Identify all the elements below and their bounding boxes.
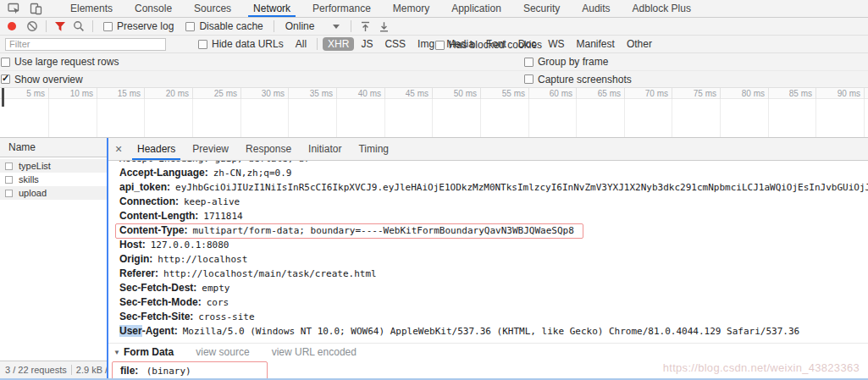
tick-line [384, 88, 385, 99]
header-value: http://localhost [158, 254, 247, 265]
favicon-placeholder-icon [5, 190, 13, 197]
group-by-frame-checkbox[interactable]: Group by frame [524, 56, 608, 68]
tab-memory[interactable]: Memory [382, 0, 440, 17]
grid-line [97, 99, 97, 137]
grid-line [48, 99, 49, 137]
grid-line [432, 99, 433, 137]
tick-line [864, 88, 865, 99]
tab-network[interactable]: Network [242, 0, 301, 17]
filter-type-all[interactable]: All [290, 37, 312, 51]
network-filterbar: Hide data URLs AllXHRJSCSSImgMediaFontDo… [0, 36, 868, 53]
form-data-key: file: [120, 365, 138, 377]
preserve-log-checkbox[interactable]: Preserve log [103, 20, 174, 32]
tick-line [720, 88, 721, 99]
tick-line [528, 88, 529, 99]
tick-label-80-ms: 80 ms [742, 89, 765, 98]
filter-funnel-icon[interactable] [51, 19, 69, 34]
use-large-request-rows-checkbox[interactable]: Use large request rows [1, 56, 119, 68]
network-toolbar: Preserve log Disable cache Online [0, 18, 868, 36]
clipped-header-text: Accept-Encoding: gzip, deflate, br [119, 161, 310, 164]
checkbox-icon [1, 58, 10, 67]
details-tab-initiator[interactable]: Initiator [300, 138, 350, 160]
tick-line [336, 88, 337, 99]
grid-line [480, 99, 481, 137]
show-overview-checkbox[interactable]: Show overview [1, 74, 83, 85]
toggle-device-toolbar-icon[interactable] [29, 2, 42, 15]
filter-type-css[interactable]: CSS [379, 37, 411, 51]
header-name: Sec-Fetch-Mode: [119, 296, 202, 308]
chevron-down-icon [333, 25, 340, 29]
filter-type-other[interactable]: Other [622, 37, 657, 51]
details-tabbar: × HeadersPreviewResponseInitiatorTiming [108, 138, 868, 161]
grid-line [288, 99, 289, 137]
tab-application[interactable]: Application [440, 0, 512, 17]
request-row-upload[interactable]: upload [0, 186, 107, 200]
checkbox-icon [185, 22, 195, 31]
tab-elements[interactable]: Elements [59, 0, 124, 17]
import-har-button[interactable] [356, 19, 374, 34]
tick-line [768, 88, 769, 99]
tick-line [576, 88, 577, 99]
filter-type-xhr[interactable]: XHR [323, 37, 354, 51]
header-row-sec-fetch-mode: Sec-Fetch-Mode:cors [108, 295, 868, 310]
request-row-typelist[interactable]: typeList [0, 159, 107, 173]
header-row-host: Host:127.0.0.1:8080 [108, 238, 868, 252]
grid-line [192, 99, 193, 137]
request-name: typeList [19, 161, 51, 171]
details-tab-preview[interactable]: Preview [184, 138, 237, 160]
tab-sources[interactable]: Sources [183, 0, 242, 17]
view-url-encoded-link[interactable]: view URL encoded [272, 346, 357, 358]
capture-screenshots-label: Capture screenshots [538, 74, 632, 85]
search-icon[interactable] [69, 19, 88, 34]
request-name: upload [19, 188, 47, 198]
details-tab-timing[interactable]: Timing [350, 138, 397, 160]
grid-line [240, 99, 241, 137]
hide-data-urls-checkbox[interactable]: Hide data URLs [198, 38, 284, 50]
request-list-panel: Name typeListskillsupload 3 / 22 request… [0, 138, 107, 378]
grid-line [384, 99, 385, 137]
details-tab-response[interactable]: Response [237, 138, 300, 160]
request-count: 3 / 22 requests [5, 365, 67, 375]
tick-label-5-ms: 5 ms [26, 89, 45, 98]
name-column-header[interactable]: Name [0, 138, 107, 157]
grid-line [864, 99, 865, 137]
filter-type-manifest[interactable]: Manifest [572, 37, 620, 51]
header-name: Connection: [119, 196, 179, 207]
disable-cache-checkbox[interactable]: Disable cache [185, 20, 263, 32]
header-name: Host: [119, 239, 146, 251]
header-name: Sec-Fetch-Dest: [119, 282, 196, 294]
filter-type-js[interactable]: JS [356, 37, 378, 51]
header-name: Content-Length: [119, 210, 198, 222]
devtools-window: ElementsConsoleSourcesNetworkPerformance… [0, 0, 868, 380]
filter-type-ws[interactable]: WS [543, 37, 569, 51]
tick-label-40-ms: 40 ms [358, 89, 381, 98]
request-details-panel: × HeadersPreviewResponseInitiatorTiming … [108, 138, 868, 378]
export-har-button[interactable] [374, 19, 393, 34]
has-blocked-cookies-checkbox[interactable]: Has blocked cookies [435, 39, 542, 51]
csdn-watermark: https://blog.csdn.net/weixin_43823363 [663, 361, 860, 374]
tab-audits[interactable]: Audits [571, 0, 621, 17]
timeline-overview[interactable] [0, 99, 868, 138]
clear-requests-button[interactable] [23, 19, 41, 34]
record-network-log-button[interactable] [8, 22, 16, 30]
grid-line [768, 99, 769, 137]
request-row-skills[interactable]: skills [0, 173, 107, 186]
grid-line [144, 99, 145, 137]
capture-screenshots-checkbox[interactable]: Capture screenshots [524, 74, 632, 85]
tick-label-45-ms: 45 ms [406, 89, 428, 98]
tab-security[interactable]: Security [512, 0, 571, 17]
details-tab-headers[interactable]: Headers [129, 138, 184, 160]
checkbox-icon [103, 22, 113, 31]
header-name: api_token: [119, 181, 170, 193]
close-details-button[interactable]: × [108, 138, 129, 160]
section-divider [108, 343, 868, 344]
throttling-dropdown[interactable]: Online [285, 20, 340, 32]
tab-performance[interactable]: Performance [301, 0, 382, 17]
tab-console[interactable]: Console [124, 0, 183, 17]
filter-input[interactable] [5, 38, 166, 51]
tab-adblock-plus[interactable]: Adblock Plus [622, 0, 702, 17]
view-source-link[interactable]: view source [196, 346, 249, 358]
collapse-caret-icon[interactable]: ▼ [113, 349, 120, 356]
inspect-element-icon[interactable] [7, 2, 20, 15]
headers-content: Accept-Encoding: gzip, deflate, br Accep… [108, 161, 868, 378]
